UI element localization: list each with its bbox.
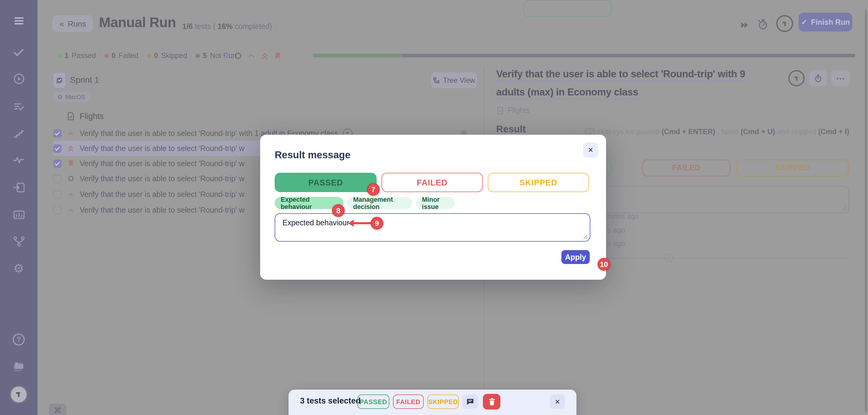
check-icon: ✓ (801, 18, 807, 27)
chevron-down-icon[interactable] (221, 52, 229, 59)
bulk-passed-button[interactable]: PASSED (357, 394, 389, 409)
result-passed-button[interactable] (523, 0, 612, 17)
ellipsis-icon: ⋯ (836, 73, 845, 84)
test-group-row[interactable]: Flights (53, 112, 104, 121)
detail-suite-row[interactable]: Flights (496, 106, 530, 115)
settings-gear-icon[interactable]: ⚙ (0, 262, 37, 275)
test-plans-icon[interactable] (0, 101, 37, 113)
tag-management-decision[interactable]: Management decision (347, 197, 412, 209)
run-progress-bar (313, 54, 855, 57)
result-skipped-button[interactable]: SKIPPED (736, 159, 849, 176)
tests-percent: 16% (218, 22, 233, 31)
projects-folders-icon[interactable] (0, 360, 37, 373)
row4-checkbox[interactable] (53, 174, 62, 183)
group-checkbox[interactable] (53, 112, 62, 120)
comment-icon (466, 397, 474, 406)
time-tracking-button[interactable] (809, 70, 827, 86)
close-icon: ✕ (588, 146, 593, 154)
passed-counter: 1Passed (57, 51, 96, 60)
test-cases-icon[interactable] (0, 47, 37, 59)
chevron-up-icon[interactable] (247, 52, 255, 59)
bulk-comment-button[interactable] (462, 394, 478, 409)
history-entry-time: s ago (607, 239, 625, 248)
result-message-input[interactable] (275, 213, 590, 242)
row5-checkbox[interactable] (53, 190, 62, 199)
notrun-dot (195, 54, 200, 58)
resize-handle-icon[interactable] (583, 234, 588, 239)
row1-checkbox[interactable] (53, 129, 62, 138)
row3-checkbox[interactable] (53, 159, 62, 168)
back-chevron-icon: « (59, 19, 64, 28)
bulk-close-button[interactable]: ✕ (550, 394, 565, 409)
defects-icon[interactable] (0, 154, 37, 166)
result-skipped-label: SKIPPED (775, 164, 810, 172)
priority-high-icon (66, 129, 75, 137)
test-detail-title-line2[interactable]: adults (max) in Economy class (496, 86, 638, 98)
circle-priority-icon[interactable] (234, 52, 242, 59)
menu-icon[interactable] (0, 15, 37, 27)
passed-word: Passed (71, 51, 96, 60)
failed-word: Failed (119, 51, 138, 60)
integrations-icon[interactable] (0, 235, 37, 248)
milestones-icon[interactable] (0, 127, 37, 140)
help-icon[interactable]: ? (0, 333, 37, 346)
priority-high-icon (66, 190, 75, 198)
finish-run-button[interactable]: ✓ Finish Run (799, 13, 852, 31)
back-to-runs-button[interactable]: « Runs (53, 15, 93, 32)
skipped-count: 0 (154, 51, 158, 60)
fast-forward-icon[interactable] (739, 20, 750, 30)
priority-filter-icons (221, 51, 281, 60)
double-chevron-up-icon[interactable] (261, 51, 269, 60)
bulk-failed-button[interactable]: FAILED (393, 394, 424, 409)
modal-close-button[interactable]: ✕ (583, 143, 598, 158)
annotation-badge-7: 7 (367, 183, 380, 196)
command-shortcut-key[interactable]: ⌘ (49, 404, 66, 415)
row6-checkbox[interactable] (53, 206, 62, 214)
qase-logo[interactable] (10, 385, 28, 404)
resize-handle-icon[interactable] (842, 206, 847, 211)
timer-icon[interactable] (757, 18, 769, 30)
test-detail-title-line1[interactable]: Verify that the user is able to select '… (496, 68, 745, 80)
expand-history-button[interactable] (664, 254, 673, 262)
bulk-delete-button[interactable] (483, 394, 500, 410)
qase-detail-badge-icon (788, 70, 805, 86)
failed-count: 0 (112, 51, 115, 60)
tests-fraction: 1/6 (182, 22, 193, 31)
scrollbar[interactable] (865, 9, 867, 413)
priority-bookmark-icon (66, 159, 75, 167)
bookmark-icon[interactable] (274, 51, 281, 60)
selected-count-text: 3 tests selected (300, 396, 361, 405)
notrun-count: 5 (203, 51, 207, 60)
skipped-counter: 0Skipped (147, 51, 187, 60)
apply-button[interactable]: Apply (561, 250, 590, 264)
more-actions-button[interactable]: ⋯ (831, 70, 850, 86)
select-all-toggle[interactable] (53, 72, 66, 89)
run-status-counters: 1Passed 0Failed 0Skipped 5Not Run (57, 51, 237, 60)
environment-tag[interactable]: ⚙ MacOS (53, 92, 90, 102)
dashboards-icon[interactable] (0, 208, 37, 221)
requirements-icon[interactable] (0, 181, 37, 194)
result-message-modal: Result message ✕ PASSED FAILED SKIPPED E… (260, 135, 606, 280)
test-title: Verify that the user is able to select '… (80, 159, 245, 168)
app: ⚙ ? « Runs Manual Run 1/6 tests ( 16% co… (0, 0, 868, 415)
tree-view-button[interactable]: Tree View (431, 72, 477, 88)
select-all-icon (56, 77, 63, 84)
result-failed-button[interactable]: FAILED (642, 159, 731, 176)
priority-normal-icon (66, 175, 75, 182)
priority-high-icon (66, 206, 75, 213)
annotation-badge-8: 8 (332, 204, 345, 217)
modal-passed-button[interactable]: PASSED (275, 173, 377, 192)
test-runs-icon[interactable] (0, 72, 37, 85)
close-icon: ✕ (555, 398, 560, 406)
command-icon: ⌘ (54, 406, 62, 415)
modal-skipped-button[interactable]: SKIPPED (488, 173, 589, 192)
modal-failed-button[interactable]: FAILED (381, 173, 483, 192)
qase-topbar-logo[interactable] (776, 15, 793, 32)
bulk-skipped-button[interactable]: SKIPPED (427, 394, 459, 409)
history-entry-time: nutes ago (607, 212, 639, 220)
result-section-heading: Result (496, 124, 526, 135)
test-title: Verify that the user is able to select '… (80, 190, 245, 199)
tree-view-icon (433, 77, 440, 84)
row2-checkbox[interactable] (53, 144, 62, 152)
tag-minor-issue[interactable]: Minor issue (416, 197, 455, 209)
